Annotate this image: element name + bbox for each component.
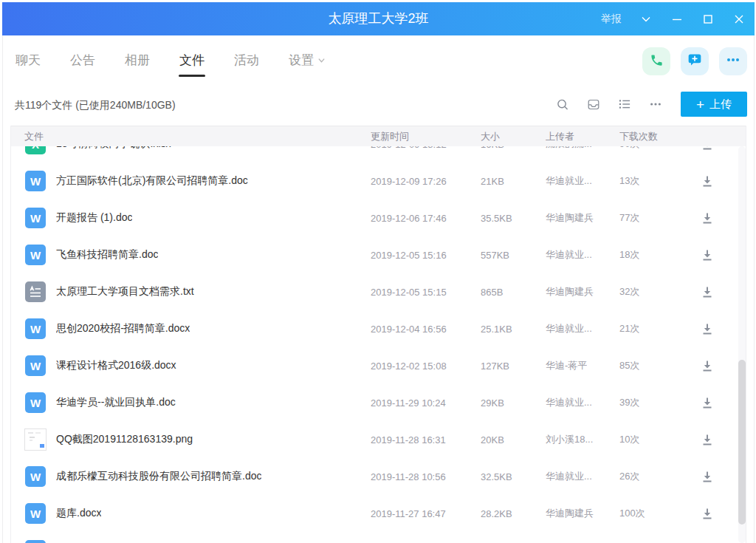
table-row[interactable]: W X 课程设计格式2 bbox=[11, 347, 746, 384]
file-name[interactable]: 成都乐檬互动科技股份有限公司招聘简章.doc bbox=[56, 470, 261, 483]
download-icon[interactable] bbox=[701, 433, 714, 446]
voice-call-button[interactable] bbox=[642, 47, 670, 75]
file-uploader: 华迪就业... bbox=[546, 248, 592, 262]
window-controls: 举报 bbox=[601, 2, 746, 35]
file-type-icon: W X bbox=[24, 539, 47, 543]
table-row[interactable]: W X 太原理工大学项 bbox=[11, 273, 746, 310]
file-download-count: 100次 bbox=[619, 507, 645, 520]
file-size: 32.5KB bbox=[481, 471, 512, 482]
more-actions-button[interactable] bbox=[719, 47, 747, 75]
file-type-icon: W X bbox=[24, 281, 47, 303]
column-header-downloads[interactable]: 下载次数 bbox=[619, 126, 658, 147]
file-name[interactable]: QQ截图20191128163139.png bbox=[56, 433, 193, 446]
download-icon[interactable] bbox=[701, 211, 714, 225]
table-row[interactable]: W X 方正国际软件( bbox=[11, 163, 746, 199]
download-icon[interactable] bbox=[701, 322, 714, 335]
word-file-icon: W bbox=[25, 318, 46, 339]
file-size: 127KB bbox=[481, 361, 509, 372]
file-size: 35.5KB bbox=[481, 213, 512, 224]
tab-activities[interactable]: 活动 bbox=[233, 52, 260, 69]
minimize-button[interactable] bbox=[670, 13, 684, 26]
table-row[interactable]: W X 华迪学员--就 bbox=[11, 384, 746, 421]
file-uploader: 华迪陶建兵 bbox=[546, 285, 594, 298]
file-type-icon: W X bbox=[24, 392, 47, 414]
file-updated-time: 2019-12-05 15:15 bbox=[371, 287, 447, 298]
file-download-count: 13次 bbox=[619, 174, 639, 188]
report-link[interactable]: 举报 bbox=[601, 13, 622, 26]
column-header-size[interactable]: 大小 bbox=[481, 126, 500, 147]
maximize-button[interactable] bbox=[701, 13, 715, 26]
tab-announcements[interactable]: 公告 bbox=[69, 52, 96, 69]
download-icon[interactable] bbox=[701, 174, 714, 188]
column-header-uploader[interactable]: 上传者 bbox=[546, 126, 574, 147]
file-updated-time: 2019-11-28 10:56 bbox=[371, 471, 446, 482]
file-name[interactable]: 飞鱼科技招聘简章.doc bbox=[56, 248, 158, 262]
file-name[interactable]: 13号前离校同学确认.xlsx bbox=[56, 146, 171, 151]
file-updated-time: 2019-12-05 15:16 bbox=[371, 250, 447, 261]
word-file-icon: W bbox=[25, 245, 46, 265]
tab-album[interactable]: 相册 bbox=[124, 52, 151, 69]
download-manager-icon[interactable] bbox=[588, 98, 599, 110]
txt-file-icon bbox=[25, 281, 46, 302]
file-updated-time: 2019-12-04 16:56 bbox=[371, 324, 447, 335]
word-file-icon: W bbox=[25, 392, 46, 413]
file-name[interactable]: 方正国际软件(北京)有限公司招聘简章.doc bbox=[56, 174, 248, 188]
download-icon[interactable] bbox=[701, 470, 714, 483]
table-row[interactable]: W X 飞鱼科技招聘简 bbox=[11, 236, 746, 273]
download-icon[interactable] bbox=[701, 359, 714, 372]
download-icon[interactable] bbox=[701, 396, 714, 409]
table-row[interactable]: W X 开题报告 (1 bbox=[11, 199, 746, 236]
file-download-count: 77次 bbox=[619, 211, 639, 225]
word-file-icon: W bbox=[25, 466, 46, 487]
group-files-window: 太原理工大学2班 举报 聊天 公告 相册 文件 活动 设置 bbox=[0, 0, 756, 543]
phone-icon bbox=[650, 53, 664, 70]
close-button[interactable] bbox=[732, 13, 746, 26]
new-chat-button[interactable] bbox=[681, 47, 709, 75]
column-header-file[interactable]: 文件 bbox=[24, 126, 44, 147]
file-name[interactable]: 课程设计格式2016级.docx bbox=[56, 359, 176, 372]
list-view-icon[interactable] bbox=[619, 98, 630, 110]
chat-plus-icon bbox=[687, 52, 702, 70]
file-name[interactable]: 题库.docx bbox=[56, 507, 101, 520]
upload-button[interactable]: + 上传 bbox=[681, 92, 747, 117]
file-type-icon: W X bbox=[24, 355, 47, 377]
file-updated-time: 2019-11-27 16:47 bbox=[371, 508, 446, 519]
download-icon[interactable] bbox=[701, 146, 714, 151]
chevron-down-icon[interactable] bbox=[639, 13, 653, 26]
download-icon[interactable] bbox=[701, 285, 714, 298]
table-row[interactable]: W X 13号前离校同 bbox=[11, 146, 746, 163]
tab-files[interactable]: 文件 bbox=[179, 52, 205, 69]
file-uploader: 华迪就业... bbox=[546, 470, 592, 483]
group-action-buttons bbox=[642, 47, 747, 75]
table-row[interactable]: W X 题库.docx bbox=[11, 495, 746, 532]
file-download-count: 32次 bbox=[619, 285, 639, 298]
file-name[interactable]: 思创2020校招-招聘简章.docx bbox=[56, 322, 190, 335]
file-type-icon: W X bbox=[24, 502, 47, 525]
search-icon[interactable] bbox=[557, 98, 568, 110]
table-row[interactable]: W X bbox=[11, 532, 746, 543]
file-uploader: 华迪就业... bbox=[546, 174, 592, 188]
file-size: 29KB bbox=[481, 397, 504, 409]
file-uploader: 华迪就业... bbox=[546, 322, 592, 335]
more-tools-icon[interactable] bbox=[650, 98, 662, 110]
download-icon[interactable] bbox=[701, 248, 714, 262]
upload-label: 上传 bbox=[709, 98, 732, 112]
file-name[interactable]: 华迪学员--就业回执单.doc bbox=[56, 396, 176, 409]
file-download-count: 21次 bbox=[619, 322, 639, 335]
table-row[interactable]: W X 思创2020校 bbox=[11, 310, 746, 347]
table-header: 文件 更新时间 大小 上传者 下载次数 bbox=[11, 126, 746, 146]
file-name[interactable]: 太原理工大学项目文档需求.txt bbox=[56, 285, 194, 298]
ellipsis-icon bbox=[726, 52, 740, 70]
tab-chat[interactable]: 聊天 bbox=[15, 52, 41, 69]
tab-settings[interactable]: 设置 bbox=[288, 52, 326, 69]
table-row[interactable]: W X 成都乐檬互动科 bbox=[11, 458, 746, 495]
file-name[interactable]: 开题报告 (1).doc bbox=[56, 211, 132, 225]
table-row[interactable]: W X QQ截图201 bbox=[11, 421, 746, 458]
file-count-summary: 共119个文件 (已使用240MB/10GB) bbox=[15, 99, 176, 112]
column-header-updated[interactable]: 更新时间 bbox=[371, 126, 409, 147]
download-icon[interactable] bbox=[701, 507, 714, 520]
window-border-right bbox=[754, 35, 755, 543]
image-thumbnail bbox=[24, 428, 47, 451]
word-file-icon: W bbox=[25, 540, 46, 543]
file-uploader: 华迪陶建兵 bbox=[546, 211, 594, 225]
